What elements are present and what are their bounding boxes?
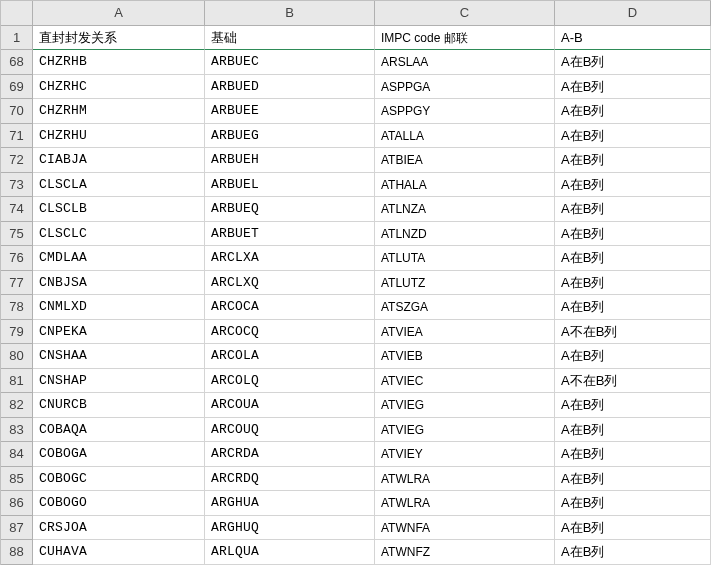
row-header[interactable]: 85 <box>1 467 33 492</box>
cell-D[interactable]: A在B列 <box>555 75 711 100</box>
header-cell-B[interactable]: 基础 <box>205 26 375 51</box>
row-header[interactable]: 82 <box>1 393 33 418</box>
row-header[interactable]: 75 <box>1 222 33 247</box>
cell-C[interactable]: ATLUTZ <box>375 271 555 296</box>
cell-C[interactable]: ATWLRA <box>375 491 555 516</box>
col-header-C[interactable]: C <box>375 1 555 26</box>
cell-A[interactable]: COBAQA <box>33 418 205 443</box>
col-header-D[interactable]: D <box>555 1 711 26</box>
col-header-A[interactable]: A <box>33 1 205 26</box>
cell-A[interactable]: CHZRHU <box>33 124 205 149</box>
row-header[interactable]: 81 <box>1 369 33 394</box>
cell-D[interactable]: A在B列 <box>555 491 711 516</box>
cell-B[interactable]: ARBUEE <box>205 99 375 124</box>
cell-B[interactable]: ARGHUA <box>205 491 375 516</box>
header-cell-C[interactable]: IMPC code 邮联 <box>375 26 555 51</box>
cell-B[interactable]: ARCOCA <box>205 295 375 320</box>
cell-B[interactable]: ARBUEL <box>205 173 375 198</box>
row-header[interactable]: 84 <box>1 442 33 467</box>
cell-A[interactable]: CHZRHC <box>33 75 205 100</box>
cell-D[interactable]: A在B列 <box>555 271 711 296</box>
cell-B[interactable]: ARCLXQ <box>205 271 375 296</box>
cell-A[interactable]: CHZRHB <box>33 50 205 75</box>
cell-A[interactable]: CHZRHM <box>33 99 205 124</box>
cell-D[interactable]: A在B列 <box>555 197 711 222</box>
row-header[interactable]: 68 <box>1 50 33 75</box>
cell-B[interactable]: ARGHUQ <box>205 516 375 541</box>
row-header[interactable]: 72 <box>1 148 33 173</box>
cell-A[interactable]: CMDLAA <box>33 246 205 271</box>
cell-D[interactable]: A不在B列 <box>555 369 711 394</box>
cell-C[interactable]: ATSZGA <box>375 295 555 320</box>
cell-A[interactable]: CNBJSA <box>33 271 205 296</box>
row-header[interactable]: 78 <box>1 295 33 320</box>
cell-A[interactable]: CNSHAA <box>33 344 205 369</box>
cell-D[interactable]: A在B列 <box>555 148 711 173</box>
cell-A[interactable]: CLSCLC <box>33 222 205 247</box>
cell-C[interactable]: ATLNZD <box>375 222 555 247</box>
cell-C[interactable]: ATVIEC <box>375 369 555 394</box>
cell-A[interactable]: COBOGA <box>33 442 205 467</box>
cell-D[interactable]: A在B列 <box>555 344 711 369</box>
cell-C[interactable]: ATVIEG <box>375 393 555 418</box>
row-header[interactable]: 88 <box>1 540 33 565</box>
cell-B[interactable]: ARBUET <box>205 222 375 247</box>
cell-C[interactable]: ASPPGY <box>375 99 555 124</box>
cell-A[interactable]: COBOGC <box>33 467 205 492</box>
row-header[interactable]: 83 <box>1 418 33 443</box>
cell-D[interactable]: A在B列 <box>555 222 711 247</box>
col-header-B[interactable]: B <box>205 1 375 26</box>
cell-A[interactable]: COBOGO <box>33 491 205 516</box>
cell-D[interactable]: A不在B列 <box>555 320 711 345</box>
cell-A[interactable]: CRSJOA <box>33 516 205 541</box>
cell-B[interactable]: ARBUEQ <box>205 197 375 222</box>
cell-D[interactable]: A在B列 <box>555 246 711 271</box>
cell-D[interactable]: A在B列 <box>555 393 711 418</box>
cell-B[interactable]: ARBUEG <box>205 124 375 149</box>
cell-A[interactable]: CNURCB <box>33 393 205 418</box>
cell-D[interactable]: A在B列 <box>555 516 711 541</box>
cell-D[interactable]: A在B列 <box>555 418 711 443</box>
cell-A[interactable]: CIABJA <box>33 148 205 173</box>
cell-B[interactable]: ARBUED <box>205 75 375 100</box>
cell-C[interactable]: ATLUTA <box>375 246 555 271</box>
cell-D[interactable]: A在B列 <box>555 50 711 75</box>
header-cell-A[interactable]: 直封封发关系 <box>33 26 205 51</box>
cell-C[interactable]: ATLNZA <box>375 197 555 222</box>
row-header[interactable]: 76 <box>1 246 33 271</box>
row-header[interactable]: 79 <box>1 320 33 345</box>
row-header[interactable]: 73 <box>1 173 33 198</box>
cell-A[interactable]: CLSCLA <box>33 173 205 198</box>
cell-D[interactable]: A在B列 <box>555 173 711 198</box>
cell-D[interactable]: A在B列 <box>555 124 711 149</box>
cell-B[interactable]: ARCOCQ <box>205 320 375 345</box>
cell-C[interactable]: ATVIEB <box>375 344 555 369</box>
corner-cell[interactable] <box>1 1 33 26</box>
cell-B[interactable]: ARCOLA <box>205 344 375 369</box>
cell-C[interactable]: ATBIEA <box>375 148 555 173</box>
cell-A[interactable]: CNSHAP <box>33 369 205 394</box>
row-header[interactable]: 69 <box>1 75 33 100</box>
cell-C[interactable]: ATWNFZ <box>375 540 555 565</box>
cell-B[interactable]: ARCRDQ <box>205 467 375 492</box>
cell-D[interactable]: A在B列 <box>555 442 711 467</box>
cell-B[interactable]: ARCOUQ <box>205 418 375 443</box>
cell-D[interactable]: A在B列 <box>555 540 711 565</box>
cell-D[interactable]: A在B列 <box>555 99 711 124</box>
row-header[interactable]: 71 <box>1 124 33 149</box>
cell-B[interactable]: ARCLXA <box>205 246 375 271</box>
cell-C[interactable]: ARSLAA <box>375 50 555 75</box>
cell-D[interactable]: A在B列 <box>555 467 711 492</box>
cell-C[interactable]: ASPPGA <box>375 75 555 100</box>
header-cell-D[interactable]: A-B <box>555 26 711 51</box>
row-header[interactable]: 1 <box>1 26 33 51</box>
spreadsheet-grid[interactable]: A B C D 1 直封封发关系 基础 IMPC code 邮联 A-B 68C… <box>0 0 711 565</box>
cell-A[interactable]: CLSCLB <box>33 197 205 222</box>
row-header[interactable]: 70 <box>1 99 33 124</box>
cell-A[interactable]: CNPEKA <box>33 320 205 345</box>
row-header[interactable]: 77 <box>1 271 33 296</box>
cell-A[interactable]: CNMLXD <box>33 295 205 320</box>
row-header[interactable]: 86 <box>1 491 33 516</box>
row-header[interactable]: 74 <box>1 197 33 222</box>
row-header[interactable]: 80 <box>1 344 33 369</box>
